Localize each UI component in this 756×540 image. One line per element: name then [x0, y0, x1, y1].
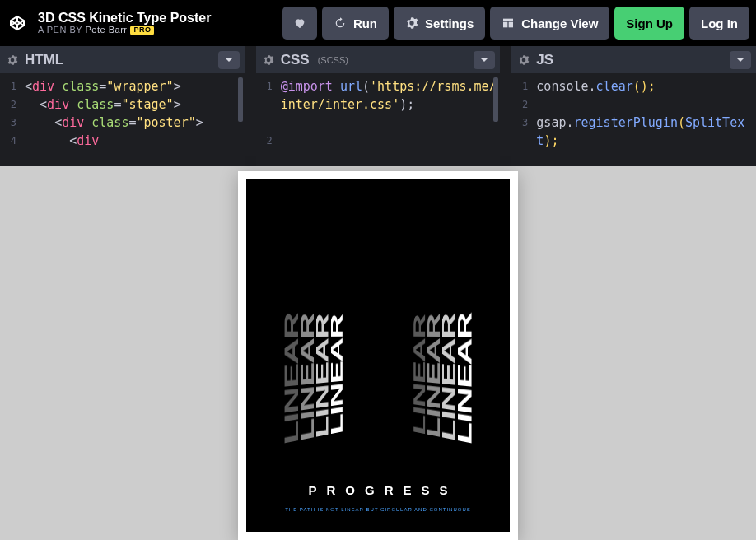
kinetic-type: LINEARLINEARLINEARLINEAR LINEARLINEARLIN…: [246, 226, 510, 440]
code-editor-html[interactable]: 1234 <div class="wrapper"> <div class="s…: [0, 74, 245, 166]
author-link[interactable]: Pete Barr: [86, 25, 128, 35]
result-preview: LINEARLINEARLINEARLINEAR LINEARLINEARLIN…: [0, 166, 756, 540]
minimap-scrollbar[interactable]: [493, 77, 498, 122]
layout-icon: [502, 16, 515, 30]
pane-label: JS: [536, 52, 553, 68]
log-in-button[interactable]: Log In: [689, 7, 749, 40]
gear-icon: [405, 16, 418, 30]
chevron-down-icon: [480, 56, 488, 64]
pane-label: CSS: [281, 52, 310, 68]
pro-badge: PRO: [130, 26, 154, 35]
pen-byline: A PEN BY Pete BarrPRO: [38, 25, 274, 35]
code-editor-css[interactable]: 1 2 @import url('https://rsms.me/inter/i…: [256, 74, 501, 166]
gear-icon[interactable]: [518, 54, 530, 66]
svg-rect-3: [503, 19, 513, 21]
svg-rect-5: [509, 22, 513, 28]
codepen-logo[interactable]: [8, 14, 26, 32]
poster: LINEARLINEARLINEARLINEAR LINEARLINEARLIN…: [246, 179, 510, 532]
chevron-down-icon: [736, 56, 744, 64]
pane-collapse-button[interactable]: [474, 51, 495, 69]
gear-icon[interactable]: [263, 54, 274, 66]
svg-rect-4: [503, 22, 507, 28]
chevron-down-icon: [225, 56, 233, 64]
pane-sublabel: (SCSS): [318, 55, 348, 65]
settings-button[interactable]: Settings: [394, 7, 485, 40]
pane-js: JS 123 console.clear(); gsap.registerPlu…: [511, 46, 756, 166]
love-button[interactable]: [282, 7, 317, 40]
poster-subtitle: THE PATH IS NOT LINEAR BUT CIRCULAR AND …: [246, 507, 510, 512]
minimap-scrollbar[interactable]: [238, 77, 243, 122]
code-editor-js[interactable]: 123 console.clear(); gsap.registerPlugin…: [511, 74, 756, 166]
editor-panes: HTML 1234 <div class="wrapper"> <div cla…: [0, 46, 756, 166]
change-view-button[interactable]: Change View: [490, 7, 609, 40]
sign-up-button[interactable]: Sign Up: [614, 7, 684, 40]
pane-html: HTML 1234 <div class="wrapper"> <div cla…: [0, 46, 245, 166]
poster-title: PROGRESS: [246, 483, 510, 497]
app-header: 3D CSS Kinetic Type Poster A PEN BY Pete…: [0, 0, 756, 46]
gear-icon[interactable]: [7, 54, 18, 66]
pen-title: 3D CSS Kinetic Type Poster: [38, 11, 274, 26]
pane-label: HTML: [25, 52, 63, 68]
pane-collapse-button[interactable]: [730, 51, 751, 69]
pane-collapse-button[interactable]: [218, 51, 240, 69]
heart-icon: [293, 16, 306, 30]
pane-css: CSS (SCSS) 1 2 @import url('https://rsms…: [256, 46, 501, 166]
poster-frame: LINEARLINEARLINEARLINEAR LINEARLINEARLIN…: [238, 171, 518, 540]
run-button[interactable]: Run: [322, 7, 389, 40]
run-icon: [334, 16, 347, 30]
